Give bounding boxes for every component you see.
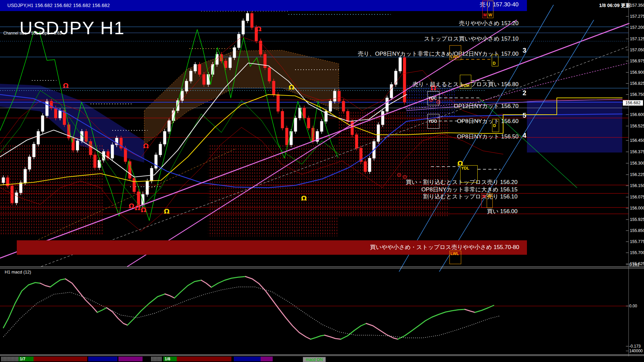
macd-line-down bbox=[40, 283, 50, 287]
pattern-omega-icon: Ω bbox=[256, 25, 261, 33]
price-axis-label: 156.225 bbox=[630, 172, 644, 177]
indicator-box-label: W bbox=[488, 194, 491, 199]
candle-bull bbox=[33, 142, 35, 159]
indicator-box-m: M bbox=[481, 193, 487, 208]
price-axis-label: 157.125 bbox=[630, 37, 644, 41]
candle-bull bbox=[37, 129, 40, 146]
session-segment bbox=[34, 357, 87, 361]
macd-line-up bbox=[97, 308, 107, 312]
indicator-box-ydh: YDH bbox=[460, 75, 471, 89]
indicator-box-label: LWH bbox=[450, 55, 460, 59]
wave-count-label: 4 bbox=[523, 132, 526, 139]
indicator-box-m: M bbox=[482, 1, 488, 18]
candle-bull bbox=[190, 69, 192, 83]
candle-bull bbox=[294, 116, 297, 134]
current-price-tag: 156.682 bbox=[623, 100, 643, 106]
kumo-orange-top bbox=[144, 50, 339, 145]
price-axis-label: 156.375 bbox=[630, 149, 644, 154]
macd-line-up bbox=[311, 335, 325, 339]
price-axis-label: 156.600 bbox=[630, 112, 644, 117]
candle-bull bbox=[233, 45, 236, 60]
price-axis-label: 157.275 bbox=[630, 14, 644, 19]
candle-bull bbox=[242, 18, 245, 37]
price-axis-label: 156.525 bbox=[630, 124, 644, 128]
candle-bear bbox=[360, 146, 362, 164]
candle-bear bbox=[338, 89, 340, 104]
pattern-omega-icon: Ω bbox=[143, 142, 149, 150]
candle-bear bbox=[198, 62, 201, 77]
indicator-box-w: W bbox=[487, 1, 493, 18]
macd-toggle-button[interactable]: macd ON bbox=[303, 357, 326, 362]
macd-line-down bbox=[201, 280, 211, 287]
price-axis-label: 155.700 bbox=[630, 250, 644, 255]
order-annotation: 売りやや小さめ 157.20 bbox=[459, 19, 519, 27]
indicator-box-label: D bbox=[493, 123, 496, 128]
candle-bull bbox=[237, 32, 240, 50]
pattern-omega-icon: Ω bbox=[141, 206, 146, 214]
symbol-quote-text: USDJPY,H1 156.682 156.682 156.682 156.68… bbox=[7, 3, 110, 8]
candle-bear bbox=[403, 55, 406, 105]
kumo-navy-right bbox=[527, 101, 622, 153]
price-axis-label: 156.900 bbox=[630, 70, 644, 75]
timeline-date-label: 1/7 bbox=[18, 357, 34, 361]
price-axis-label: 157.050 bbox=[630, 48, 644, 52]
indicator-box-ydl: YDL bbox=[460, 165, 478, 183]
candle-bear bbox=[251, 11, 253, 30]
pattern-omega-icon: Ω bbox=[63, 81, 68, 89]
indicator-box-label: YDL bbox=[461, 166, 469, 171]
price-axis-label: 156.000 bbox=[630, 206, 644, 210]
candle-bear bbox=[351, 119, 354, 137]
channel-info-label: Channel size = 551 Slope = 5.62 bbox=[3, 31, 62, 36]
macd-line-up bbox=[341, 323, 366, 339]
candle-bull bbox=[24, 167, 26, 185]
candle-bull bbox=[155, 153, 157, 171]
candle-bull bbox=[163, 129, 166, 146]
macd-axis-label: 0.00 bbox=[629, 304, 637, 308]
candle-bull bbox=[28, 155, 31, 172]
session-segment bbox=[88, 357, 117, 361]
candle-bear bbox=[364, 159, 367, 174]
candle-bull bbox=[229, 55, 231, 70]
macd-line-up bbox=[398, 309, 465, 339]
candle-bear bbox=[264, 52, 266, 70]
price-axis-label: 155.775 bbox=[630, 239, 644, 244]
session-segment bbox=[1, 357, 18, 361]
indicator-box-label: M bbox=[483, 13, 487, 17]
candle-bear bbox=[203, 72, 205, 87]
candle-bull bbox=[41, 113, 44, 134]
pattern-omega-icon: Ω bbox=[301, 194, 307, 202]
indicator-box-label: YDC bbox=[428, 96, 437, 101]
candle-bear bbox=[89, 139, 92, 157]
candle-bull bbox=[320, 119, 323, 134]
macd-axis-label: 0.161 bbox=[629, 262, 639, 267]
indicator-box-label: M bbox=[482, 194, 486, 199]
candle-bear bbox=[85, 129, 88, 144]
candle-bull bbox=[168, 118, 170, 134]
candle-bull bbox=[316, 129, 319, 144]
price-axis-label: 155.925 bbox=[630, 217, 644, 222]
title-bar: USDJPY,H1 156.682 156.682 156.682 156.68… bbox=[0, 0, 527, 11]
candle-bull bbox=[329, 99, 332, 114]
indicator-box-lwl: LWL bbox=[449, 251, 461, 264]
update-time: 1/8 06:09 更新 bbox=[599, 2, 631, 9]
price-axis-label: 156.075 bbox=[630, 195, 644, 199]
wave-count-label: 2 bbox=[523, 89, 526, 97]
candle-bull bbox=[111, 142, 114, 161]
price-axis-label: 157.200 bbox=[630, 25, 644, 30]
macd-line-down bbox=[107, 308, 127, 325]
candle-bear bbox=[11, 184, 13, 205]
macd-line-up bbox=[174, 280, 201, 298]
session-segment bbox=[177, 357, 231, 361]
price-chart-canvas[interactable]: ΩΩΩΩΩΩΩΩΩΩΩ bbox=[0, 0, 644, 362]
candle-bull bbox=[19, 180, 22, 195]
candle-bull bbox=[386, 96, 388, 114]
macd-line-down bbox=[165, 294, 174, 298]
candle-bull bbox=[390, 82, 393, 100]
price-axis-label: 155.850 bbox=[630, 228, 644, 233]
candle-bull bbox=[246, 11, 249, 23]
macd-line-down bbox=[465, 309, 475, 312]
macd-line-down bbox=[246, 277, 311, 339]
candle-bull bbox=[399, 55, 401, 73]
indicator-box-label: YDO bbox=[428, 119, 437, 124]
order-annotation: 買いやや小さめ・ストップロス売りやや小さめ 155.70-80 bbox=[370, 243, 519, 251]
